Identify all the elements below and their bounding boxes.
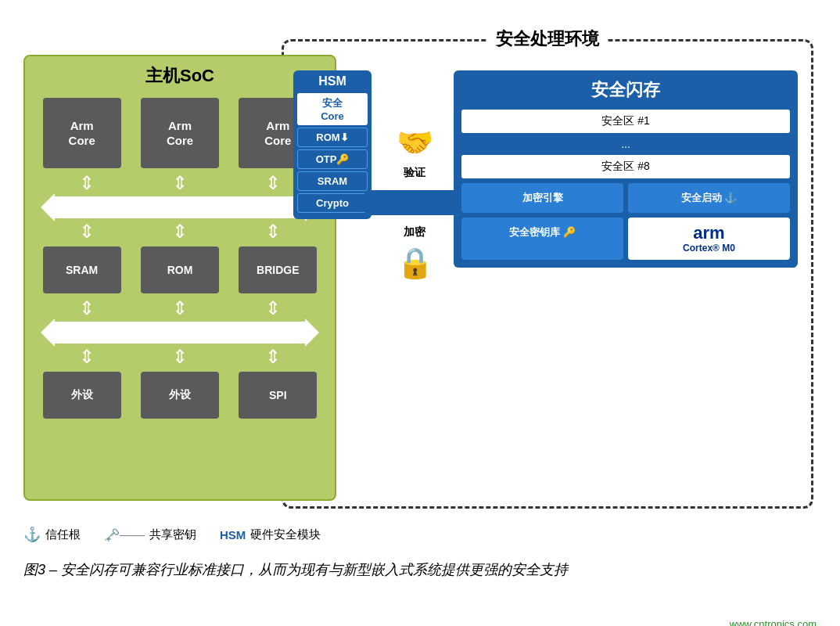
- secure-env-label: 安全处理环境: [488, 27, 607, 51]
- anchor-label: 信任根: [45, 527, 81, 542]
- arm-logo: arm: [633, 224, 785, 243]
- secure-flash-box: 安全闪存 安全区 #1 ... 安全区 #8 加密引擎 安全启动 ⚓ 安全密钥库…: [454, 70, 798, 268]
- secure-flash-title: 安全闪存: [461, 78, 790, 102]
- bridge-box: BRIDGE: [239, 246, 317, 293]
- arrows-row-3: ⇕ ⇕ ⇕: [25, 297, 335, 319]
- spi-box: SPI: [239, 372, 317, 419]
- arrow-up-down-5: ⇕: [172, 222, 188, 241]
- legend-anchor-item: ⚓ 信任根: [23, 526, 81, 543]
- arrows-row-4: ⇕ ⇕ ⇕: [25, 346, 335, 368]
- crypto-engine: 加密引擎: [461, 183, 623, 213]
- handshake-icon: 🤝: [397, 125, 433, 160]
- hsm-otp: OTP🔑: [297, 149, 368, 169]
- arrow-up-down-10: ⇕: [79, 347, 95, 366]
- arrow-up-down-6: ⇕: [265, 222, 281, 241]
- hsm-rom: ROM⬇: [297, 128, 368, 147]
- key-icon: 🗝️——: [104, 527, 145, 542]
- lock-icon: 🔒: [397, 246, 433, 280]
- anchor-icon: ⚓: [23, 526, 41, 543]
- watermark: www.cntronics.com: [730, 618, 817, 626]
- secure-bottom-grid: 加密引擎 安全启动 ⚓ 安全密钥库 🔑 arm Cortex® M0: [461, 183, 790, 260]
- arm-core-2: ArmCore: [141, 98, 219, 168]
- legend-hsm-item: HSM 硬件安全模块: [220, 527, 321, 542]
- host-soc: 主机SoC ArmCore ArmCore ArmCore ⇕ ⇕ ⇕ ⇕ ⇕ …: [23, 55, 336, 501]
- key-label: 共享密钥: [149, 527, 196, 542]
- memory-row: SRAM ROM BRIDGE: [25, 243, 335, 297]
- arm-cores-row: ArmCore ArmCore ArmCore: [25, 92, 335, 172]
- peripheral-1: 外设: [43, 372, 121, 419]
- hsm-legend-label: HSM: [220, 528, 246, 541]
- hsm-sram: SRAM: [297, 171, 368, 191]
- peripheral-row: 外设 外设 SPI: [25, 368, 335, 423]
- secure-zone-dots: ...: [461, 136, 790, 152]
- arm-core-1: ArmCore: [43, 98, 121, 168]
- arrows-row-2: ⇕ ⇕ ⇕: [25, 221, 335, 243]
- wide-arrow-container-2: [25, 319, 335, 346]
- arrows-row-1: ⇕ ⇕ ⇕: [25, 172, 335, 194]
- arrow-up-down-2: ⇕: [172, 174, 188, 192]
- legend-key-item: 🗝️—— 共享密钥: [104, 527, 196, 542]
- caption: 图3 – 安全闪存可兼容行业标准接口，从而为现有与新型嵌入式系统提供更强的安全支…: [23, 559, 568, 581]
- hsm-secure-core: 安全Core: [297, 93, 368, 125]
- arrow-up-down-12: ⇕: [265, 347, 281, 366]
- secure-boot: 安全启动 ⚓: [628, 183, 790, 213]
- arm-cortex-m0: arm Cortex® M0: [628, 218, 790, 260]
- arrow-up-down-9: ⇕: [265, 299, 281, 318]
- arrow-up-down-8: ⇕: [172, 299, 188, 318]
- host-soc-label: 主机SoC: [25, 56, 335, 92]
- arrow-up-down-7: ⇕: [79, 299, 95, 318]
- encrypt-label: 加密: [404, 225, 425, 239]
- wide-horiz-arrow: [55, 196, 305, 218]
- secure-zone-1: 安全区 #1: [461, 110, 790, 133]
- sram-box: SRAM: [43, 246, 121, 293]
- arrow-up-down-3: ⇕: [265, 174, 281, 192]
- hsm-label: HSM: [293, 70, 372, 91]
- rom-box: ROM: [141, 246, 219, 293]
- verify-label: 验证: [404, 166, 425, 180]
- secure-key-store: 安全密钥库 🔑: [461, 218, 623, 260]
- wide-horiz-arrow-2: [55, 322, 305, 344]
- middle-section: 🤝 验证 加密 🔒: [375, 125, 454, 280]
- arm-cortex-sub: Cortex® M0: [633, 243, 785, 254]
- bidir-arrow: [368, 190, 461, 215]
- wide-arrow-container: [25, 194, 335, 221]
- arrow-up-down-11: ⇕: [172, 347, 188, 366]
- peripheral-2: 外设: [141, 372, 219, 419]
- legend: ⚓ 信任根 🗝️—— 共享密钥 HSM 硬件安全模块: [23, 526, 321, 543]
- hsm-legend-desc: 硬件安全模块: [250, 527, 321, 542]
- secure-zone-8: 安全区 #8: [461, 155, 790, 178]
- arrow-up-down-4: ⇕: [79, 222, 95, 241]
- arrow-up-down-1: ⇕: [79, 174, 95, 192]
